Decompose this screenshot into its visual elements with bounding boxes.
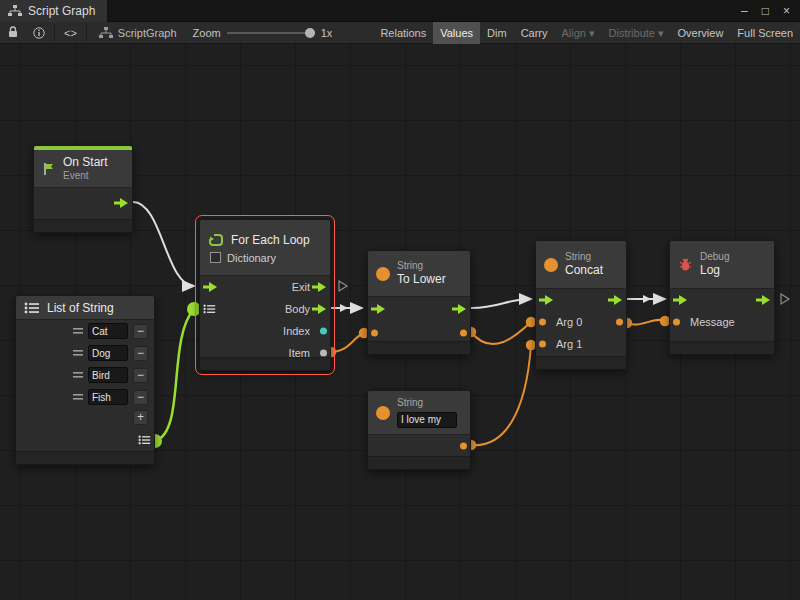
- string-literal-input[interactable]: [397, 412, 457, 428]
- wire-literal-to-concat-arg1[interactable]: [471, 345, 531, 445]
- full-screen-button[interactable]: Full Screen: [730, 22, 800, 44]
- wire-concat-to-log-message[interactable]: [627, 320, 665, 325]
- carry-button[interactable]: Carry: [514, 22, 555, 44]
- flow-in-port[interactable]: [203, 282, 218, 292]
- list-item-row: −: [16, 364, 154, 386]
- body-flow-port[interactable]: [312, 304, 327, 314]
- port-row: Index: [200, 320, 330, 342]
- dim-button[interactable]: Dim: [480, 22, 514, 44]
- remove-item-button[interactable]: −: [133, 390, 148, 405]
- drag-handle-icon[interactable]: [73, 393, 83, 401]
- bug-icon: [678, 257, 693, 272]
- node-header[interactable]: String Concat: [536, 241, 626, 289]
- values-button[interactable]: Values: [433, 22, 480, 44]
- flow-out-port[interactable]: [608, 295, 623, 305]
- flow-in-port[interactable]: [539, 295, 554, 305]
- zoom-slider-knob[interactable]: [305, 28, 315, 38]
- item-value-port[interactable]: [320, 350, 327, 357]
- add-item-button[interactable]: +: [133, 410, 148, 425]
- info-icon: [33, 27, 45, 39]
- flow-out-port[interactable]: [114, 198, 129, 208]
- graph-canvas[interactable]: On Start Event For Each Loop: [0, 44, 800, 600]
- overview-button[interactable]: Overview: [671, 22, 731, 44]
- message-in-port[interactable]: [673, 319, 680, 326]
- node-to-lower[interactable]: String To Lower: [367, 250, 471, 355]
- node-footer: [16, 451, 154, 464]
- wire-tolower-to-concat-arg0[interactable]: [471, 322, 531, 344]
- wire-tolower-to-concat-flow[interactable]: [471, 299, 531, 308]
- result-out-port[interactable]: [616, 319, 623, 326]
- drag-handle-icon[interactable]: [73, 349, 83, 357]
- index-port-label: Index: [283, 325, 310, 337]
- close-button[interactable]: ×: [783, 0, 790, 22]
- drag-handle-icon[interactable]: [73, 327, 83, 335]
- string-type-icon: [376, 267, 390, 281]
- string-out-port[interactable]: [460, 443, 467, 450]
- minimize-button[interactable]: –: [741, 0, 748, 22]
- distribute-dropdown[interactable]: Distribute▾: [602, 22, 671, 44]
- list-item-input[interactable]: [88, 323, 128, 339]
- port-row: Arg 0: [536, 311, 626, 333]
- node-type-label: String: [397, 260, 446, 273]
- wire-onstart-to-foreach[interactable]: [133, 202, 194, 286]
- port-row: Exit: [200, 276, 330, 298]
- relations-button[interactable]: Relations: [373, 22, 433, 44]
- node-header[interactable]: String: [368, 391, 470, 435]
- flow-out-port[interactable]: [452, 304, 467, 314]
- collection-in-port[interactable]: [203, 304, 216, 314]
- node-footer: [368, 456, 470, 469]
- node-concat[interactable]: String Concat Arg 0 Arg 1: [535, 240, 627, 370]
- add-row: +: [16, 408, 154, 426]
- node-header[interactable]: List of String: [16, 296, 154, 320]
- drag-handle-icon[interactable]: [73, 371, 83, 379]
- node-footer: [368, 341, 470, 354]
- node-string-literal[interactable]: String: [367, 390, 471, 470]
- list-item-input[interactable]: [88, 367, 128, 383]
- node-header[interactable]: Debug Log: [670, 241, 774, 289]
- remove-item-button[interactable]: −: [133, 324, 148, 339]
- arg1-port-label: Arg 1: [556, 338, 582, 350]
- port-row: [368, 297, 470, 321]
- wire-arrow: [340, 304, 348, 312]
- string-in-port[interactable]: [371, 330, 378, 337]
- inspect-button[interactable]: [26, 22, 52, 44]
- flow-out-port[interactable]: [756, 295, 771, 305]
- zoom-label: Zoom: [193, 27, 221, 39]
- flow-in-port[interactable]: [371, 304, 386, 314]
- lock-button[interactable]: [0, 22, 26, 44]
- flow-in-port[interactable]: [673, 295, 688, 305]
- wire-item-to-tolower[interactable]: [331, 333, 364, 352]
- string-out-port[interactable]: [460, 330, 467, 337]
- remove-item-button[interactable]: −: [133, 346, 148, 361]
- remove-item-button[interactable]: −: [133, 368, 148, 383]
- maximize-button[interactable]: □: [762, 0, 769, 22]
- arg1-in-port[interactable]: [539, 341, 546, 348]
- zoom-slider[interactable]: [227, 27, 315, 39]
- node-header[interactable]: For Each Loop Dictionary: [200, 220, 330, 276]
- node-debug-log[interactable]: Debug Log Message: [669, 240, 775, 355]
- list-item-row: −: [16, 342, 154, 364]
- node-list-of-string[interactable]: List of String − − − −: [15, 295, 155, 465]
- tab-title: Script Graph: [28, 4, 95, 18]
- node-for-each-loop[interactable]: For Each Loop Dictionary Exit: [199, 219, 331, 371]
- breadcrumb-label: ScriptGraph: [118, 27, 177, 39]
- list-out-port[interactable]: [138, 435, 151, 445]
- align-dropdown[interactable]: Align▾: [555, 22, 602, 44]
- wire-list-to-foreach[interactable]: [155, 309, 194, 441]
- list-item-input[interactable]: [88, 389, 128, 405]
- index-value-port[interactable]: [320, 328, 327, 335]
- node-title: List of String: [47, 301, 114, 315]
- tab-script-graph[interactable]: Script Graph: [0, 0, 107, 22]
- arg0-in-port[interactable]: [539, 319, 546, 326]
- body-port-label: Body: [285, 303, 310, 315]
- node-on-start[interactable]: On Start Event: [33, 145, 133, 233]
- exit-flow-port[interactable]: [312, 282, 327, 292]
- edit-code-button[interactable]: <>: [57, 22, 84, 44]
- dictionary-checkbox[interactable]: [210, 252, 221, 263]
- list-item-input[interactable]: [88, 345, 128, 361]
- node-header[interactable]: String To Lower: [368, 251, 470, 297]
- breadcrumb[interactable]: ScriptGraph: [89, 27, 187, 39]
- window-controls: – □ ×: [741, 0, 800, 22]
- node-title: To Lower: [397, 272, 446, 287]
- node-header[interactable]: On Start Event: [34, 150, 132, 188]
